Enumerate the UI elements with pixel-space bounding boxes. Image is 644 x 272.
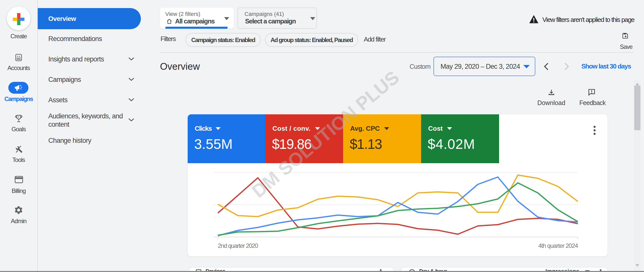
svg-text:2nd quarter 2020: 2nd quarter 2020	[218, 242, 258, 249]
svg-text:4th quarter 2024: 4th quarter 2024	[538, 242, 578, 249]
